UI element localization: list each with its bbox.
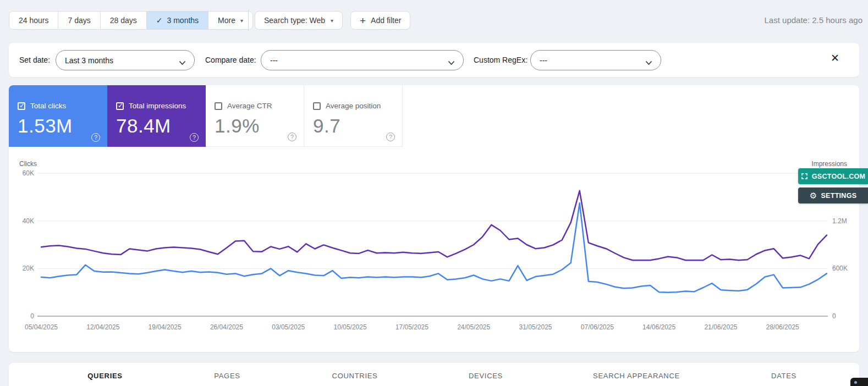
caret-down-icon: ▾ bbox=[331, 18, 333, 24]
chevron-down-icon bbox=[179, 58, 186, 67]
expand-icon bbox=[801, 173, 808, 180]
filter-bar: Set date: Last 3 months Compare date: --… bbox=[9, 43, 859, 77]
caret-down-icon: ▾ bbox=[240, 18, 243, 24]
checkbox-checked[interactable]: ✓ bbox=[116, 102, 124, 110]
metric-tile-average-position[interactable]: Average position 9.7 ? bbox=[304, 85, 403, 147]
custom-regex-value: --- bbox=[540, 56, 547, 65]
gsctool-button[interactable]: GSCTOOL.COM bbox=[798, 168, 868, 184]
range-button-more[interactable]: More ▾ bbox=[208, 12, 252, 29]
metric-tiles: ✓ Total clicks 1.53M ? ✓ Total impressio… bbox=[9, 85, 403, 147]
x-axis-label: 17/05/2025 bbox=[395, 323, 428, 331]
left-axis-title: Clicks bbox=[19, 160, 37, 168]
x-axis-label: 19/04/2025 bbox=[149, 323, 182, 331]
right-axis-tick: 1.2M bbox=[832, 217, 847, 225]
range-label: 7 days bbox=[68, 16, 90, 25]
top-toolbar: 24 hours 7 days 28 days ✓ 3 months More … bbox=[0, 0, 868, 38]
chevron-down-icon bbox=[645, 58, 652, 67]
tab-search-appearance[interactable]: SEARCH APPEARANCE bbox=[593, 372, 680, 380]
metric-value: 9.7 bbox=[313, 115, 393, 137]
metric-tile-total-impressions[interactable]: ✓ Total impressions 78.4M ? bbox=[107, 85, 206, 147]
toolbar-divider bbox=[248, 10, 249, 31]
tab-dates[interactable]: DATES bbox=[771, 372, 796, 380]
help-icon[interactable]: ? bbox=[91, 133, 100, 142]
add-filter-button[interactable]: + Add filter bbox=[350, 11, 410, 30]
metric-value: 78.4M bbox=[116, 115, 197, 137]
clicks-line bbox=[41, 203, 827, 293]
performance-card: 020K40K60K0600K1.2MClicksImpressions05/0… bbox=[9, 85, 859, 352]
x-axis-label: 05/04/2025 bbox=[25, 323, 58, 331]
x-axis-label: 07/06/2025 bbox=[581, 323, 614, 331]
right-axis-title: Impressions bbox=[811, 160, 847, 168]
right-axis-tick: 0 bbox=[832, 312, 836, 320]
chevron-down-icon bbox=[448, 58, 455, 67]
x-axis-label: 14/06/2025 bbox=[642, 323, 675, 331]
metric-value: 1.53M bbox=[18, 115, 98, 137]
impressions-line bbox=[41, 191, 827, 261]
metric-label: Total clicks bbox=[30, 102, 66, 110]
left-axis-tick: 40K bbox=[23, 217, 34, 225]
help-icon[interactable]: ? bbox=[288, 133, 296, 141]
check-icon: ✓ bbox=[156, 16, 163, 25]
settings-button[interactable]: ⚙ SETTINGS bbox=[798, 188, 868, 203]
last-update-text: Last update: 2.5 hours ago bbox=[765, 15, 862, 25]
gear-icon: ⚙ bbox=[810, 191, 817, 200]
x-axis-label: 12/04/2025 bbox=[86, 323, 119, 331]
metric-tile-total-clicks[interactable]: ✓ Total clicks 1.53M ? bbox=[9, 85, 107, 147]
range-label: 3 months bbox=[167, 16, 199, 25]
custom-regex-label: Custom RegEx: bbox=[474, 56, 528, 64]
check-icon: ✓ bbox=[19, 102, 25, 109]
range-button-7-days[interactable]: 7 days bbox=[58, 12, 100, 29]
corner-widget-dot bbox=[854, 381, 857, 384]
x-axis-label: 24/05/2025 bbox=[457, 323, 490, 331]
left-axis-tick: 60K bbox=[23, 169, 34, 177]
right-axis-tick: 600K bbox=[832, 264, 848, 272]
gsctool-label: GSCTOOL.COM bbox=[812, 173, 866, 180]
tab-queries[interactable]: QUERIES bbox=[87, 372, 122, 380]
check-icon: ✓ bbox=[118, 102, 123, 109]
corner-widget[interactable] bbox=[850, 378, 868, 386]
metric-label: Total impressions bbox=[129, 102, 186, 110]
tab-pages[interactable]: PAGES bbox=[214, 372, 240, 380]
range-label: More bbox=[218, 16, 235, 25]
set-date-select[interactable]: Last 3 months bbox=[56, 50, 195, 70]
help-icon[interactable]: ? bbox=[386, 133, 395, 141]
compare-date-label: Compare date: bbox=[205, 56, 256, 64]
x-axis-label: 31/05/2025 bbox=[519, 323, 552, 331]
help-icon[interactable]: ? bbox=[190, 133, 199, 142]
range-button-24-hours[interactable]: 24 hours bbox=[9, 12, 58, 29]
search-type-button[interactable]: Search type: Web ▾ bbox=[255, 11, 343, 30]
metric-label: Average CTR bbox=[227, 102, 272, 110]
add-filter-label: Add filter bbox=[371, 16, 401, 25]
dimension-tabs-card: QUERIES PAGES COUNTRIES DEVICES SEARCH A… bbox=[9, 363, 859, 386]
metric-label: Average position bbox=[326, 102, 381, 110]
range-label: 24 hours bbox=[19, 16, 48, 25]
plus-icon: + bbox=[360, 15, 366, 26]
x-axis-label: 26/04/2025 bbox=[210, 323, 243, 331]
checkbox-unchecked[interactable] bbox=[215, 102, 222, 110]
x-axis-label: 21/06/2025 bbox=[704, 323, 737, 331]
range-label: 28 days bbox=[110, 16, 137, 25]
x-axis-label: 28/06/2025 bbox=[766, 323, 799, 331]
close-filter-bar-button[interactable]: ✕ bbox=[831, 52, 839, 64]
left-axis-tick: 20K bbox=[23, 264, 34, 272]
search-type-label: Search type: Web bbox=[264, 16, 325, 25]
custom-regex-select[interactable]: --- bbox=[530, 50, 661, 70]
checkbox-unchecked[interactable] bbox=[313, 102, 321, 110]
tab-devices[interactable]: DEVICES bbox=[469, 372, 503, 380]
date-range-selector: 24 hours 7 days 28 days ✓ 3 months More … bbox=[9, 11, 253, 30]
x-axis-label: 03/05/2025 bbox=[272, 323, 305, 331]
metric-value: 1.9% bbox=[215, 115, 295, 137]
tab-countries[interactable]: COUNTRIES bbox=[332, 372, 378, 380]
settings-label: SETTINGS bbox=[821, 192, 856, 200]
checkbox-checked[interactable]: ✓ bbox=[18, 102, 25, 110]
left-axis-tick: 0 bbox=[30, 312, 34, 320]
metric-tile-average-ctr[interactable]: Average CTR 1.9% ? bbox=[206, 85, 304, 147]
set-date-label: Set date: bbox=[19, 56, 50, 64]
set-date-value: Last 3 months bbox=[65, 56, 113, 65]
range-button-3-months[interactable]: ✓ 3 months bbox=[147, 12, 208, 29]
compare-date-value: --- bbox=[270, 56, 278, 65]
x-axis-label: 10/05/2025 bbox=[334, 323, 367, 331]
range-button-28-days[interactable]: 28 days bbox=[101, 12, 147, 29]
compare-date-select[interactable]: --- bbox=[261, 50, 464, 70]
